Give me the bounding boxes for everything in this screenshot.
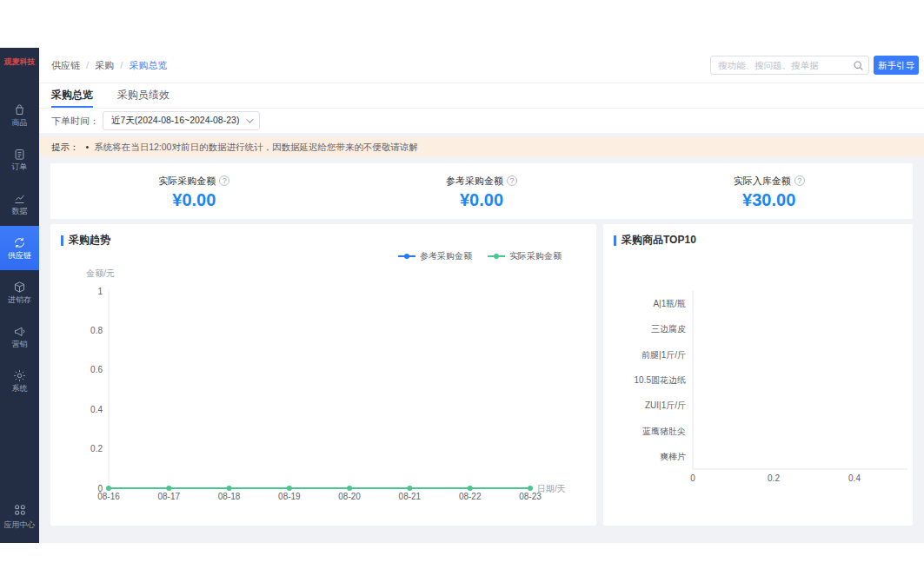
tab-purchase-overview[interactable]: 采购总览 — [51, 83, 93, 108]
sidebar-item-orders[interactable]: 订单 — [0, 137, 39, 182]
tabs-row: 采购总览 采购员绩效 — [39, 83, 924, 109]
category-label: 三边腐皮 — [651, 324, 686, 334]
stat-value: ¥30.00 — [625, 190, 913, 210]
supply-chain-icon — [13, 236, 26, 249]
x-tick: 08-16 — [97, 492, 120, 501]
notice-bar: 提示：•系统将在当日12:00对前日的数据进行统计，因数据延迟给您带来的不便敬请… — [39, 137, 924, 156]
tab-buyer-performance[interactable]: 采购员绩效 — [117, 83, 170, 108]
stat-label: 实际采购金额 — [158, 175, 216, 186]
sidebar-item-label: 供应链 — [8, 252, 31, 260]
sidebar-item-supply-chain[interactable]: 供应链 — [0, 226, 39, 270]
y-tick: 0.6 — [90, 365, 103, 374]
sidebar-item-label: 数据 — [12, 208, 28, 215]
stat-label: 参考采购金额 — [446, 175, 503, 186]
notice-text: 系统将在当日12:00对前日的数据进行统计，因数据延迟给您带来的不便敬请谅解 — [94, 142, 418, 152]
breadcrumb-item-purchase[interactable]: 采购 — [95, 60, 114, 70]
notice-bullet: • — [86, 142, 90, 152]
x-tick-labels: 08-16 08-17 08-18 08-19 08-20 08-21 08-2… — [97, 492, 542, 501]
stat-actual-inbound-amount: 实际入库金额 ¥30.00 — [625, 163, 913, 219]
gear-icon — [13, 369, 26, 382]
notice-prefix: 提示： — [51, 142, 79, 152]
beginner-guide-button[interactable]: 新手引导 — [874, 56, 919, 75]
purchase-trend-card: 采购趋势 参考采购金额 实际采购金额 金额/元 日期/天 1 0.8 — [50, 224, 596, 526]
category-label: 爽棒片 — [660, 452, 686, 461]
y-tick: 0.8 — [90, 326, 103, 335]
x-tick: 08-20 — [338, 492, 361, 501]
breadcrumb-separator: / — [120, 60, 123, 70]
search-input[interactable] — [710, 56, 869, 75]
sidebar-item-system[interactable]: 系统 — [0, 359, 39, 403]
sidebar-item-label: 系统 — [12, 385, 28, 393]
order-time-value: 近7天(2024-08-16~2024-08-23) — [111, 115, 239, 127]
sidebar-item-data[interactable]: 数据 — [0, 182, 39, 226]
search-icon[interactable] — [853, 59, 864, 75]
category-labels: A|1瓶/瓶 三边腐皮 前腿|1斤/斤 10.5圆花边纸 ZUI|1斤/斤 蓝鹰… — [635, 299, 686, 461]
y-tick: 0.2 — [90, 444, 103, 453]
help-icon[interactable] — [794, 175, 805, 186]
x-tick: 08-17 — [158, 492, 181, 501]
stat-value: ¥0.00 — [338, 190, 626, 210]
breadcrumb-item-current: 采购总览 — [129, 60, 167, 70]
goods-icon — [13, 103, 26, 116]
tabs-block: 采购总览 采购员绩效 下单时间： 近7天(2024-08-16~2024-08-… — [39, 83, 924, 133]
stats-card: 实际采购金额 ¥0.00 参考采购金额 ¥0.00 实际入库金额 ¥30.00 — [50, 163, 913, 219]
y-tick: 0.4 — [90, 405, 103, 414]
sidebar-item-label: 商品 — [12, 119, 28, 127]
sidebar-item-goods[interactable]: 商品 — [0, 93, 39, 137]
sidebar: 观麦科技 商品 订单 数据 供应链 进销存 — [0, 48, 39, 543]
x-tick: 0 — [690, 473, 695, 483]
category-label: 10.5圆花边纸 — [635, 375, 686, 385]
chevron-down-icon — [247, 116, 254, 122]
brand-logo: 观麦科技 — [0, 56, 39, 68]
breadcrumb: 供应链 / 采购 / 采购总览 — [51, 48, 167, 83]
main-content: 供应链 / 采购 / 采购总览 新手引导 采购总览 采购员绩效 下单时间： — [39, 48, 924, 543]
sidebar-item-label: 订单 — [12, 163, 28, 171]
axis-lines — [109, 291, 530, 488]
top10-chart-canvas: A|1瓶/瓶 三边腐皮 前腿|1斤/斤 10.5圆花边纸 ZUI|1斤/斤 蓝鹰… — [603, 224, 913, 526]
x-tick: 08-18 — [218, 492, 241, 501]
stat-label: 实际入库金额 — [734, 175, 791, 186]
megaphone-icon — [13, 325, 26, 338]
filter-row: 下单时间： 近7天(2024-08-16~2024-08-23) — [39, 109, 924, 133]
app-canvas: 观麦科技 商品 订单 数据 供应链 进销存 — [0, 48, 924, 543]
help-icon[interactable] — [507, 175, 517, 186]
order-time-label: 下单时间： — [51, 115, 99, 128]
axis-lines — [693, 291, 907, 469]
sidebar-item-label: 营销 — [12, 341, 28, 348]
category-label: 前腿|1斤/斤 — [641, 350, 686, 360]
order-icon — [13, 148, 26, 161]
global-search — [710, 56, 869, 75]
y-axis-label: 金额/元 — [85, 268, 115, 278]
app-grid-icon — [13, 503, 27, 517]
stat-actual-purchase-amount: 实际采购金额 ¥0.00 — [50, 163, 338, 219]
sidebar-item-label: 进销存 — [8, 296, 31, 304]
help-icon[interactable] — [219, 175, 229, 186]
trend-chart-canvas: 金额/元 日期/天 1 0.8 0.6 0.4 0.2 0 08-16 08-1… — [50, 224, 596, 526]
stat-value: ¥0.00 — [50, 190, 338, 210]
sidebar-item-app-center[interactable]: 应用中心 — [0, 503, 39, 531]
sidebar-nav: 商品 订单 数据 供应链 进销存 营销 — [0, 93, 39, 403]
x-tick: 0.2 — [768, 473, 780, 483]
actual-series-line — [106, 486, 533, 491]
topbar: 供应链 / 采购 / 采购总览 新手引导 — [39, 48, 924, 83]
x-tick: 08-22 — [459, 492, 482, 501]
y-tick: 1 — [97, 287, 103, 296]
x-tick: 08-21 — [399, 492, 422, 501]
sidebar-item-inventory[interactable]: 进销存 — [0, 270, 39, 314]
x-tick: 08-19 — [278, 492, 301, 501]
breadcrumb-separator: / — [86, 60, 89, 70]
x-tick: 0.4 — [848, 473, 861, 483]
category-label: 蓝鹰猪肚尖 — [642, 427, 686, 436]
stat-reference-purchase-amount: 参考采购金额 ¥0.00 — [338, 163, 626, 219]
order-time-select[interactable]: 近7天(2024-08-16~2024-08-23) — [103, 111, 260, 130]
app-center-label: 应用中心 — [4, 519, 36, 531]
sidebar-item-marketing[interactable]: 营销 — [0, 314, 39, 359]
x-tick-labels: 0 0.2 0.4 — [690, 473, 861, 483]
box-icon — [13, 281, 26, 294]
y-tick-labels: 1 0.8 0.6 0.4 0.2 0 — [90, 287, 103, 493]
x-tick: 08-23 — [519, 492, 542, 501]
category-label: A|1瓶/瓶 — [653, 299, 686, 308]
category-label: ZUI|1斤/斤 — [645, 400, 686, 410]
breadcrumb-item-supply-chain[interactable]: 供应链 — [51, 60, 80, 70]
x-axis-label: 日期/天 — [537, 484, 566, 493]
